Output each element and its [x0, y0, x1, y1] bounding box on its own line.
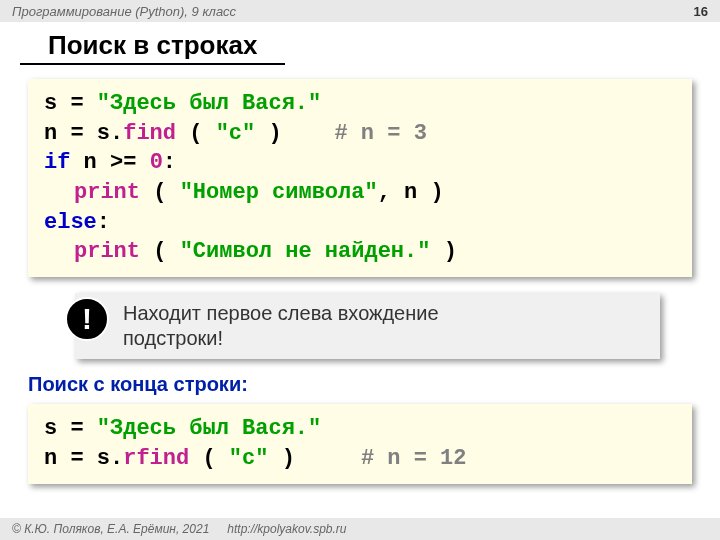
note-box: ! Находит первое слева вхождение подстро…	[75, 293, 660, 359]
code-line: s = "Здесь был Вася."	[44, 89, 676, 119]
code-line: print ( "Символ не найден." )	[44, 237, 676, 267]
page-title: Поиск в строках	[20, 22, 285, 65]
page-number: 16	[694, 4, 708, 19]
code-block-find: s = "Здесь был Вася." n = s.find ( "с" )…	[28, 79, 692, 277]
code-line: print ( "Номер символа", n )	[44, 178, 676, 208]
code-block-rfind: s = "Здесь был Вася." n = s.rfind ( "с" …	[28, 404, 692, 483]
code-line: n = s.find ( "с" ) # n = 3	[44, 119, 676, 149]
note-text: подстроки!	[123, 326, 646, 351]
footer-url: http://kpolyakov.spb.ru	[227, 522, 346, 536]
footer-bar: © К.Ю. Поляков, Е.А. Ерёмин, 2021 http:/…	[0, 518, 720, 540]
header-bar: Программирование (Python), 9 класс 16	[0, 0, 720, 22]
code-line: if n >= 0:	[44, 148, 676, 178]
course-title: Программирование (Python), 9 класс	[12, 4, 236, 19]
code-line: s = "Здесь был Вася."	[44, 414, 676, 444]
code-line: else:	[44, 208, 676, 238]
exclamation-icon: !	[65, 297, 109, 341]
note-text: Находит первое слева вхождение	[123, 301, 646, 326]
code-line: n = s.rfind ( "с" ) # n = 12	[44, 444, 676, 474]
copyright: © К.Ю. Поляков, Е.А. Ерёмин, 2021	[12, 522, 209, 536]
subheading: Поиск с конца строки:	[0, 371, 720, 404]
